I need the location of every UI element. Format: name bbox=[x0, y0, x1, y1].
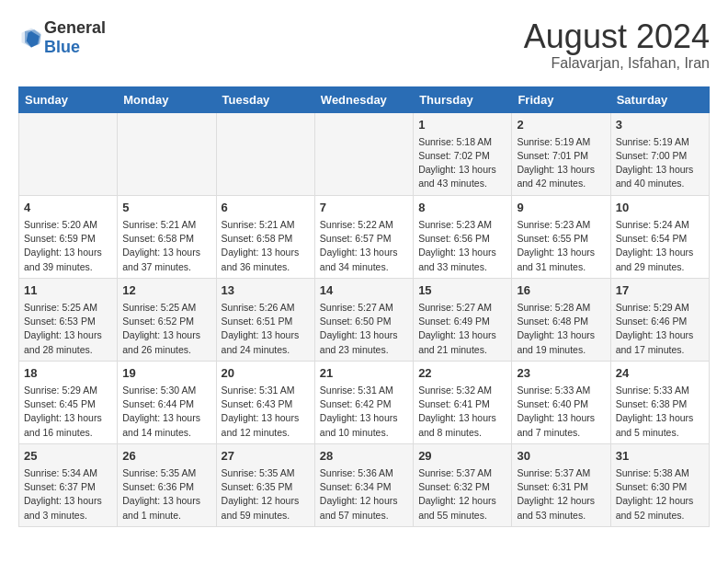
day-info: and 5 minutes. bbox=[616, 426, 704, 440]
calendar-table: SundayMondayTuesdayWednesdayThursdayFrid… bbox=[18, 86, 710, 527]
calendar-cell: 10Sunrise: 5:24 AMSunset: 6:54 PMDayligh… bbox=[610, 195, 709, 278]
day-info: and 3 minutes. bbox=[24, 509, 112, 523]
calendar-cell: 12Sunrise: 5:25 AMSunset: 6:52 PMDayligh… bbox=[118, 278, 216, 361]
calendar-cell: 18Sunrise: 5:29 AMSunset: 6:45 PMDayligh… bbox=[19, 361, 118, 443]
day-info: Daylight: 13 hours bbox=[122, 411, 210, 425]
day-info: and 55 minutes. bbox=[418, 509, 506, 523]
weekday-header-thursday: Thursday bbox=[414, 86, 512, 112]
day-number: 5 bbox=[122, 200, 210, 216]
day-info: Sunrise: 5:19 AM bbox=[616, 135, 704, 149]
day-info: Daylight: 12 hours bbox=[517, 494, 605, 508]
day-info: Daylight: 13 hours bbox=[24, 328, 112, 342]
day-number: 1 bbox=[418, 117, 506, 133]
day-info: Daylight: 13 hours bbox=[24, 411, 112, 425]
day-info: and 40 minutes. bbox=[616, 177, 704, 190]
calendar-cell bbox=[216, 112, 314, 195]
day-number: 16 bbox=[517, 282, 605, 299]
calendar-cell bbox=[314, 112, 413, 195]
day-info: Daylight: 13 hours bbox=[517, 246, 605, 259]
title-section: August 2024 Falavarjan, Isfahan, Iran bbox=[524, 18, 710, 72]
calendar-cell: 9Sunrise: 5:23 AMSunset: 6:55 PMDaylight… bbox=[512, 195, 610, 278]
day-info: Sunrise: 5:27 AM bbox=[418, 301, 506, 315]
day-info: Sunset: 7:02 PM bbox=[418, 149, 506, 163]
day-info: Sunrise: 5:21 AM bbox=[222, 218, 310, 232]
day-info: Daylight: 13 hours bbox=[418, 163, 506, 177]
day-info: Sunset: 6:35 PM bbox=[222, 480, 310, 494]
day-info: Sunset: 6:40 PM bbox=[517, 397, 605, 411]
day-info: Daylight: 12 hours bbox=[418, 494, 506, 508]
day-info: and 7 minutes. bbox=[517, 426, 605, 440]
day-info: and 37 minutes. bbox=[122, 260, 210, 274]
day-info: Daylight: 13 hours bbox=[616, 328, 704, 342]
day-info: Sunrise: 5:34 AM bbox=[24, 466, 112, 480]
day-info: Sunset: 6:55 PM bbox=[517, 232, 605, 246]
day-info: Sunset: 6:52 PM bbox=[122, 315, 210, 328]
day-info: Daylight: 13 hours bbox=[24, 246, 112, 259]
calendar-cell: 23Sunrise: 5:33 AMSunset: 6:40 PMDayligh… bbox=[512, 361, 610, 443]
day-info: Sunrise: 5:37 AM bbox=[418, 466, 506, 480]
day-info: Daylight: 13 hours bbox=[222, 411, 310, 425]
calendar-cell: 7Sunrise: 5:22 AMSunset: 6:57 PMDaylight… bbox=[314, 195, 413, 278]
week-row-2: 4Sunrise: 5:20 AMSunset: 6:59 PMDaylight… bbox=[19, 195, 710, 278]
day-info: Daylight: 13 hours bbox=[320, 246, 408, 259]
general-blue-icon bbox=[18, 25, 44, 51]
day-info: Daylight: 12 hours bbox=[222, 494, 310, 508]
calendar-cell bbox=[118, 112, 216, 195]
day-info: Sunset: 6:42 PM bbox=[320, 397, 408, 411]
day-info: Sunrise: 5:23 AM bbox=[418, 218, 506, 232]
calendar-cell: 6Sunrise: 5:21 AMSunset: 6:58 PMDaylight… bbox=[216, 195, 314, 278]
day-info: Sunset: 6:53 PM bbox=[24, 315, 112, 328]
calendar-cell: 16Sunrise: 5:28 AMSunset: 6:48 PMDayligh… bbox=[512, 278, 610, 361]
day-info: Sunset: 6:54 PM bbox=[616, 232, 704, 246]
day-info: Sunrise: 5:24 AM bbox=[616, 218, 704, 232]
day-info: Daylight: 13 hours bbox=[418, 411, 506, 425]
calendar-cell: 15Sunrise: 5:27 AMSunset: 6:49 PMDayligh… bbox=[414, 278, 512, 361]
day-number: 20 bbox=[222, 365, 310, 382]
day-info: Sunset: 6:41 PM bbox=[418, 397, 506, 411]
day-info: and 23 minutes. bbox=[320, 343, 408, 357]
calendar-cell: 27Sunrise: 5:35 AMSunset: 6:35 PMDayligh… bbox=[216, 443, 314, 526]
weekday-header-friday: Friday bbox=[512, 86, 610, 112]
day-info: and 21 minutes. bbox=[418, 343, 506, 357]
day-number: 17 bbox=[616, 282, 704, 299]
day-info: and 8 minutes. bbox=[418, 426, 506, 440]
day-number: 29 bbox=[418, 448, 506, 465]
day-info: Sunrise: 5:29 AM bbox=[24, 384, 112, 397]
week-row-1: 1Sunrise: 5:18 AMSunset: 7:02 PMDaylight… bbox=[19, 112, 710, 195]
day-info: Sunset: 6:37 PM bbox=[24, 480, 112, 494]
day-number: 14 bbox=[320, 282, 408, 299]
day-info: Sunset: 7:01 PM bbox=[517, 149, 605, 163]
day-info: Sunset: 6:34 PM bbox=[320, 480, 408, 494]
day-number: 6 bbox=[222, 200, 310, 216]
day-info: and 53 minutes. bbox=[517, 509, 605, 523]
day-number: 21 bbox=[320, 365, 408, 382]
day-number: 18 bbox=[24, 365, 112, 382]
day-number: 4 bbox=[24, 200, 112, 216]
calendar-cell: 24Sunrise: 5:33 AMSunset: 6:38 PMDayligh… bbox=[610, 361, 709, 443]
day-info: Sunrise: 5:22 AM bbox=[320, 218, 408, 232]
day-info: Sunrise: 5:25 AM bbox=[122, 301, 210, 315]
day-info: Sunrise: 5:26 AM bbox=[222, 301, 310, 315]
day-number: 19 bbox=[122, 365, 210, 382]
day-info: Sunset: 6:58 PM bbox=[122, 232, 210, 246]
calendar-cell: 21Sunrise: 5:31 AMSunset: 6:42 PMDayligh… bbox=[314, 361, 413, 443]
day-info: and 28 minutes. bbox=[24, 343, 112, 357]
day-info: Daylight: 13 hours bbox=[616, 411, 704, 425]
day-info: and 43 minutes. bbox=[418, 177, 506, 190]
day-number: 8 bbox=[418, 200, 506, 216]
day-info: Sunset: 6:48 PM bbox=[517, 315, 605, 328]
day-number: 27 bbox=[222, 448, 310, 465]
day-info: Sunrise: 5:36 AM bbox=[320, 466, 408, 480]
day-info: and 33 minutes. bbox=[418, 260, 506, 274]
day-info: and 16 minutes. bbox=[24, 426, 112, 440]
calendar-cell: 17Sunrise: 5:29 AMSunset: 6:46 PMDayligh… bbox=[610, 278, 709, 361]
day-number: 7 bbox=[320, 200, 408, 216]
day-number: 24 bbox=[616, 365, 704, 382]
day-info: Daylight: 13 hours bbox=[517, 411, 605, 425]
day-info: Daylight: 13 hours bbox=[122, 246, 210, 259]
day-info: Daylight: 13 hours bbox=[320, 411, 408, 425]
header: General Blue August 2024 Falavarjan, Isf… bbox=[18, 18, 710, 72]
calendar-cell: 22Sunrise: 5:32 AMSunset: 6:41 PMDayligh… bbox=[414, 361, 512, 443]
day-info: Sunrise: 5:37 AM bbox=[517, 466, 605, 480]
day-info: Sunrise: 5:18 AM bbox=[418, 135, 506, 149]
